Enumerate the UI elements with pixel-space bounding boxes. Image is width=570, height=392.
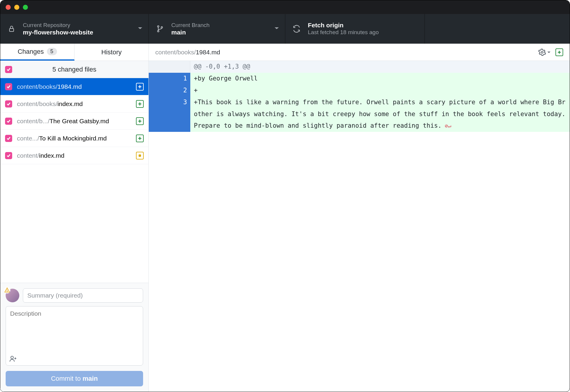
file-path: content/books/1984.md [17,83,131,90]
current-branch-dropdown[interactable]: Current Branch main [149,14,285,44]
warning-icon [4,287,10,293]
file-row[interactable]: content/books/1984.md [0,78,148,95]
file-path: conte.../To Kill a Mockingbird.md [17,135,131,142]
branch-label: Current Branch [171,22,210,29]
fetch-origin-button[interactable]: Fetch origin Last fetched 18 minutes ago [285,14,425,44]
file-checkbox[interactable] [5,83,12,90]
chevron-down-icon [138,26,142,32]
svg-point-3 [161,27,163,28]
repo-label: Current Repository [23,22,93,29]
tab-changes[interactable]: Changes 5 [0,44,75,61]
diff-panel: content/books/1984.md @@ -0,0 +1,3 @@1+b… [149,44,570,392]
toolbar: Current Repository my-flowershow-website… [0,14,570,44]
sync-icon [292,25,301,33]
chevron-down-icon [274,26,279,32]
file-added-icon [136,135,144,142]
svg-point-5 [11,356,13,359]
commit-box: Commit to main [0,283,148,392]
fetch-status: Last fetched 18 minutes ago [308,29,379,36]
commit-description-input[interactable] [6,306,143,366]
file-row[interactable]: content/books/index.md [0,95,148,113]
window-zoom-button[interactable] [23,5,28,10]
diff-settings-button[interactable] [538,48,551,56]
svg-rect-0 [10,29,14,31]
file-row[interactable]: content/b.../The Great Gatsby.md [0,113,148,130]
tab-changes-label: Changes [18,48,44,56]
file-path: content/b.../The Great Gatsby.md [17,118,131,125]
changes-header: 5 changed files [0,61,148,78]
sidebar-tabs: Changes 5 History [0,44,148,61]
fetch-label: Fetch origin [308,22,379,29]
changes-summary-text: 5 changed files [53,66,96,73]
file-header: content/books/1984.md [149,44,570,61]
file-path-dim: content/books/ [155,49,196,56]
commit-summary-input[interactable] [23,288,143,303]
file-added-icon [136,117,144,125]
file-checkbox[interactable] [5,135,12,142]
select-all-checkbox[interactable] [5,66,12,73]
file-path: content/index.md [17,152,131,159]
titlebar [0,0,570,14]
file-modified-icon [136,152,144,159]
diff-view[interactable]: @@ -0,0 +1,3 @@1+by George Orwell2+3+Thi… [149,61,570,392]
git-branch-icon [156,25,164,33]
file-row[interactable]: conte.../To Kill a Mockingbird.md [0,130,148,147]
file-checkbox[interactable] [5,100,12,108]
repo-value: my-flowershow-website [23,29,93,36]
sidebar: Changes 5 History 5 changed files conten… [0,44,149,392]
file-added-icon [136,83,144,91]
file-path-name: 1984.md [196,49,220,56]
expand-diff-button[interactable] [555,48,563,56]
add-coauthor-icon[interactable] [9,355,17,364]
window-close-button[interactable] [6,5,11,10]
svg-point-2 [158,31,159,32]
window-minimize-button[interactable] [14,5,19,10]
svg-point-6 [541,51,543,53]
file-path: content/books/index.md [17,100,131,108]
file-checkbox[interactable] [5,152,12,159]
svg-point-4 [7,291,7,292]
branch-value: main [171,29,210,36]
commit-button-branch: main [83,375,98,382]
file-list: content/books/1984.mdcontent/books/index… [0,78,148,283]
lock-icon [7,25,16,33]
commit-button-prefix: Commit to [51,375,83,382]
tab-history-label: History [101,48,121,56]
file-row[interactable]: content/index.md [0,147,148,164]
tab-history[interactable]: History [75,44,148,61]
avatar [6,289,19,302]
file-added-icon [136,100,144,108]
app-window: Current Repository my-flowershow-website… [0,0,570,392]
current-repository-dropdown[interactable]: Current Repository my-flowershow-website [0,14,149,44]
file-checkbox[interactable] [5,118,12,125]
commit-button[interactable]: Commit to main [6,371,143,386]
svg-point-1 [158,26,159,27]
changes-count-badge: 5 [47,48,57,55]
